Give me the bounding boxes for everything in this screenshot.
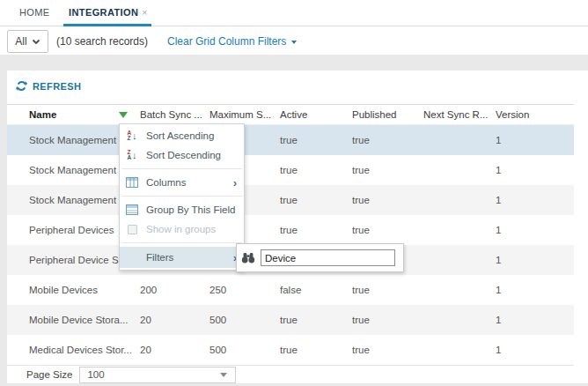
grid-header-row: Name Batch Sync ... Maximum S... Active … <box>7 104 574 125</box>
cell-published: true <box>352 315 423 325</box>
cell-version: 1 <box>496 195 548 205</box>
menu-item-label: Group By This Field <box>146 204 235 215</box>
scope-dropdown[interactable]: All <box>7 30 48 53</box>
cell-version: 1 <box>496 255 548 265</box>
cell-active: true <box>280 225 352 235</box>
tab-bar: HOME INTEGRATION × <box>0 0 588 26</box>
tab-home[interactable]: HOME <box>19 7 50 18</box>
cell-active: true <box>280 345 352 355</box>
column-header-next-sync[interactable]: Next Sync R... <box>423 109 496 120</box>
scope-dropdown-value: All <box>15 35 26 48</box>
menu-item-sort-ascending[interactable]: AZ↓ Sort Ascending <box>120 126 244 145</box>
menu-item-group-by-this-field[interactable]: Group By This Field <box>120 200 244 219</box>
menu-item-sort-descending[interactable]: ZA↓ Sort Descending <box>120 145 244 165</box>
table-row[interactable]: Mobile Devices 200 250 false true 1 <box>7 275 574 305</box>
chevron-down-icon <box>32 39 40 45</box>
cell-name: Medical Devices Stor... <box>29 345 140 355</box>
columns-icon <box>125 176 139 189</box>
cell-published: true <box>352 345 423 355</box>
column-header-active[interactable]: Active <box>280 109 352 120</box>
filter-submenu-popup <box>236 243 404 272</box>
menu-item-label: Filters <box>146 252 173 263</box>
search-toolbar: All (10 search records) Clear Grid Colum… <box>0 27 588 55</box>
cell-active: true <box>280 165 352 175</box>
cell-batch: 20 <box>140 345 209 355</box>
clear-filters-label: Clear Grid Column Filters <box>167 35 286 48</box>
cell-version: 1 <box>496 225 548 235</box>
menu-item-label: Columns <box>146 177 186 188</box>
filter-input[interactable] <box>261 249 395 266</box>
column-header-name[interactable]: Name <box>29 109 140 120</box>
cell-maximum: 500 <box>209 315 280 325</box>
cell-version: 1 <box>496 345 548 355</box>
clear-grid-column-filters-link[interactable]: Clear Grid Column Filters <box>167 35 297 48</box>
group-by-icon <box>125 204 139 216</box>
cell-maximum: 250 <box>209 285 280 295</box>
table-row[interactable]: Medical Devices Stor... 20 500 true true… <box>7 335 574 365</box>
table-row[interactable]: Stock Management - true true 1 <box>7 185 574 215</box>
menu-separator <box>121 168 242 169</box>
sort-ascending-icon: AZ↓ <box>125 130 139 142</box>
cell-version: 1 <box>496 315 548 325</box>
refresh-label: REFRESH <box>33 81 81 92</box>
tab-integration[interactable]: INTEGRATION <box>69 7 138 18</box>
cell-active: true <box>280 315 352 325</box>
refresh-button[interactable]: REFRESH <box>16 80 81 92</box>
cell-published: true <box>352 195 423 205</box>
tab-close-icon[interactable]: × <box>142 7 147 18</box>
column-header-published[interactable]: Published <box>352 109 423 120</box>
chevron-down-icon <box>291 41 297 44</box>
cell-maximum: 500 <box>209 345 280 355</box>
column-header-batch-sync[interactable]: Batch Sync ... <box>140 109 209 120</box>
column-header-maximum[interactable]: Maximum S... <box>209 109 280 120</box>
chevron-down-icon <box>220 373 227 377</box>
active-tab-underline <box>63 24 151 26</box>
grid-panel: REFRESH Name Batch Sync ... Maximum S...… <box>7 71 588 383</box>
menu-separator <box>121 242 242 243</box>
cell-name: Mobile Devices <box>29 285 140 295</box>
cell-published: true <box>352 165 423 175</box>
find-binoculars-icon <box>241 252 255 264</box>
table-row[interactable]: Stock Management - true true 1 <box>7 125 574 155</box>
cell-published: true <box>352 225 423 235</box>
menu-item-show-in-groups: Show in groups <box>120 219 244 239</box>
grid-footer: Page Size 100 <box>7 365 574 383</box>
cell-published: true <box>352 135 423 145</box>
empty-icon-slot <box>125 251 139 264</box>
cell-batch: 200 <box>140 285 209 295</box>
column-context-menu: AZ↓ Sort Ascending ZA↓ Sort Descending C… <box>119 123 245 271</box>
menu-separator <box>121 196 242 197</box>
sort-descending-icon: ZA↓ <box>125 149 139 161</box>
table-row[interactable]: Stock Management - true true 1 <box>7 155 574 185</box>
table-row[interactable]: Peripheral Devices true true 1 <box>7 215 574 245</box>
refresh-icon <box>16 80 27 92</box>
cell-active: false <box>280 285 352 295</box>
cell-version: 1 <box>496 285 548 295</box>
page-size-value: 100 <box>87 369 104 380</box>
search-records-count: (10 search records) <box>56 35 148 48</box>
cell-version: 1 <box>496 135 548 145</box>
cell-version: 1 <box>496 165 548 175</box>
table-row[interactable]: Mobile Device Stora... 20 500 true true … <box>7 305 574 335</box>
cell-name: Mobile Device Stora... <box>29 315 140 325</box>
cell-batch: 20 <box>140 315 209 325</box>
menu-item-filters[interactable]: Filters › <box>120 247 244 268</box>
cell-active: true <box>280 195 352 205</box>
page-size-combo[interactable]: 100 <box>79 367 236 383</box>
menu-item-label: Sort Descending <box>146 150 221 160</box>
column-header-version[interactable]: Version <box>496 109 548 120</box>
cell-published: true <box>352 285 423 295</box>
filter-active-icon <box>119 112 128 118</box>
column-header-name-label: Name <box>29 109 56 120</box>
page-size-label: Page Size <box>26 369 72 380</box>
cell-active: true <box>280 135 352 145</box>
menu-item-label: Show in groups <box>146 224 216 234</box>
checkbox-icon <box>125 223 139 235</box>
submenu-chevron-icon: › <box>233 177 237 189</box>
menu-item-label: Sort Ascending <box>146 130 214 141</box>
menu-item-columns[interactable]: Columns › <box>120 173 244 192</box>
